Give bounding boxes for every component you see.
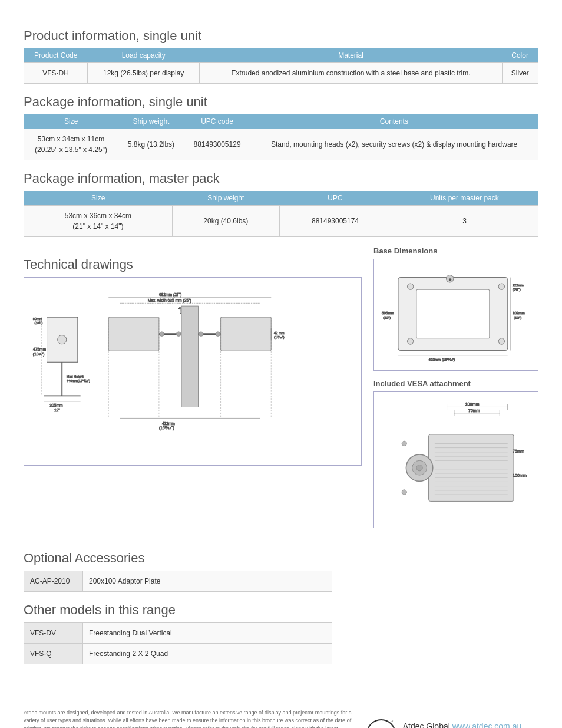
- pkg-contents: Stand, mounting heads (x2), security scr…: [250, 129, 538, 160]
- technical-drawing-svg: 475mm (18¾") Max Height 449mm(17¹⁵⁄₁₆") …: [30, 284, 355, 446]
- brand-global-url-text: www.atdec.com.au: [452, 722, 522, 728]
- mp-weight: 20kg (40.6lbs): [172, 206, 279, 237]
- vesa-section: Included VESA attachment: [373, 379, 538, 528]
- brand-global-label: Atdec Global: [403, 722, 450, 728]
- svg-text:75mm: 75mm: [468, 408, 480, 413]
- mp-upc: 881493005174: [279, 206, 391, 237]
- pkg-col-weight: Ship weight: [118, 114, 184, 129]
- table-row: AC-AP-2010 200x100 Adaptor Plate: [24, 571, 332, 591]
- mp-col-weight: Ship weight: [172, 191, 279, 206]
- material: Extruded anodized aluminium construction…: [200, 63, 502, 84]
- svg-text:475mm: 475mm: [33, 347, 47, 351]
- pkg-col-contents: Contents: [250, 114, 538, 129]
- vesa-svg: 100mm 75mm 75mm 100mm: [380, 398, 532, 519]
- technical-drawings-panel: Technical drawings 475mm (18¾"): [24, 246, 362, 528]
- brand-info: Atdec Global www.atdec.com.au Atdec Nort…: [403, 719, 538, 728]
- accessories-panel: Optional Accessories AC-AP-2010 200x100 …: [24, 540, 538, 674]
- atdec-logo-circle: atdec: [366, 719, 396, 728]
- table-row: 53cm x 36cm x 34cm(21" x 14" x 14") 20kg…: [24, 206, 538, 237]
- svg-text:(1¹¹⁄₁₆"): (1¹¹⁄₁₆"): [274, 335, 285, 339]
- base-svg: ⊕ 422mm (16¹¹⁄₁₆") 102mm (12") 305mm (12…: [380, 265, 532, 363]
- table-row: VFS-Q Freestanding 2 X 2 Quad: [24, 643, 332, 664]
- svg-text:(12"): (12"): [383, 315, 391, 319]
- accessories-table: AC-AP-2010 200x100 Adaptor Plate: [24, 571, 332, 592]
- product-info-title: Product information, single unit: [24, 28, 538, 44]
- mp-col-upc: UPC: [279, 191, 391, 206]
- svg-text:100mm: 100mm: [513, 473, 527, 478]
- svg-text:Max. width 635 mm (25"): Max. width 635 mm (25"): [148, 298, 191, 303]
- col-header-load: Load capacity: [88, 48, 200, 63]
- svg-point-28: [216, 332, 220, 337]
- svg-point-74: [402, 490, 406, 495]
- svg-text:Max Height: Max Height: [67, 375, 84, 378]
- table-row: VFS-DH 12kg (26.5lbs) per display Extrud…: [24, 63, 538, 84]
- brand-global-line: Atdec Global www.atdec.com.au: [403, 719, 538, 728]
- svg-point-25: [160, 332, 164, 337]
- svg-text:12": 12": [54, 408, 60, 412]
- svg-text:305mm: 305mm: [382, 311, 394, 315]
- svg-point-27: [199, 332, 203, 337]
- optional-accessories-title: Optional Accessories: [24, 551, 538, 566]
- mp-col-size: Size: [24, 191, 173, 206]
- pkg-size: 53cm x 34cm x 11cm(20.25" x 13.5" x 4.25…: [24, 129, 118, 160]
- other-models-table: VFS-DV Freestanding Dual Vertical VFS-Q …: [24, 622, 332, 664]
- col-header-code: Product Code: [24, 48, 88, 63]
- svg-point-59: [416, 465, 422, 471]
- svg-text:(18¾"): (18¾"): [33, 352, 45, 357]
- color: Silver: [502, 63, 538, 84]
- svg-rect-56: [429, 434, 514, 502]
- svg-point-1: [58, 335, 67, 344]
- product-code: VFS-DH: [24, 63, 88, 84]
- svg-text:⊕: ⊕: [449, 278, 451, 281]
- svg-rect-21: [181, 306, 199, 407]
- svg-point-42: [498, 284, 504, 289]
- product-info-table: Product Code Load capacity Material Colo…: [24, 48, 538, 84]
- technical-drawing: 475mm (18¾") Max Height 449mm(17¹⁵⁄₁₆") …: [24, 277, 362, 466]
- package-single-title: Package information, single unit: [24, 94, 538, 110]
- disclaimer-text: Atdec mounts are designed, developed and…: [24, 709, 355, 729]
- vesa-drawing: 100mm 75mm 75mm 100mm: [373, 391, 538, 528]
- brand-section: atdec Atdec Global www.atdec.com.au Atde…: [366, 719, 538, 728]
- vesa-title: Included VESA attachment: [373, 379, 538, 388]
- svg-text:(12"): (12"): [514, 315, 521, 319]
- svg-point-26: [176, 332, 181, 337]
- mp-size: 53cm x 36cm x 34cm(21" x 14" x 14"): [24, 206, 173, 237]
- load-capacity: 12kg (26.5lbs) per display: [88, 63, 200, 84]
- svg-text:422mm: 422mm: [162, 421, 176, 426]
- model-code-2: VFS-Q: [24, 643, 83, 664]
- model-desc-1: Freestanding Dual Vertical: [83, 622, 332, 643]
- accessory-code: AC-AP-2010: [24, 571, 83, 591]
- svg-text:222mm: 222mm: [513, 284, 524, 287]
- footer: Atdec mounts are designed, developed and…: [24, 709, 538, 729]
- svg-text:422mm (16¹¹⁄₁₆"): 422mm (16¹¹⁄₁₆"): [429, 357, 455, 361]
- col-header-material: Material: [200, 48, 502, 63]
- svg-point-73: [402, 441, 406, 446]
- base-dimensions-title: Base Dimensions: [373, 246, 538, 255]
- svg-text:100mm: 100mm: [465, 402, 479, 407]
- base-dimensions-section: Base Dimensions: [373, 246, 538, 371]
- other-models-title: Other models in this range: [24, 602, 538, 618]
- svg-point-44: [498, 338, 504, 344]
- svg-point-41: [407, 284, 413, 289]
- svg-point-43: [407, 338, 413, 344]
- svg-rect-22: [221, 317, 272, 351]
- svg-rect-20: [108, 317, 159, 351]
- package-master-table: Size Ship weight UPC Units per master pa…: [24, 191, 538, 237]
- base-dimensions-drawing: ⊕ 422mm (16¹¹⁄₁₆") 102mm (12") 305mm (12…: [373, 259, 538, 371]
- mp-col-units: Units per master pack: [391, 191, 538, 206]
- svg-text:(3½"): (3½"): [35, 321, 43, 325]
- table-row: 53cm x 34cm x 11cm(20.25" x 13.5" x 4.25…: [24, 129, 538, 160]
- svg-text:(16¹¹⁄₁₆"): (16¹¹⁄₁₆"): [159, 426, 174, 430]
- col-header-color: Color: [502, 48, 538, 63]
- svg-text:75mm: 75mm: [513, 449, 524, 454]
- svg-text:(8¾"): (8¾"): [513, 288, 521, 291]
- model-code-1: VFS-DV: [24, 622, 83, 643]
- right-diagrams-panel: Base Dimensions: [373, 246, 538, 528]
- svg-text:682mm (27"): 682mm (27"): [159, 292, 181, 297]
- pkg-col-size: Size: [24, 114, 118, 129]
- pkg-col-upc: UPC code: [184, 114, 250, 129]
- mp-units: 3: [391, 206, 538, 237]
- svg-rect-40: [416, 289, 490, 338]
- pkg-upc: 881493005129: [184, 129, 250, 160]
- table-row: VFS-DV Freestanding Dual Vertical: [24, 622, 332, 643]
